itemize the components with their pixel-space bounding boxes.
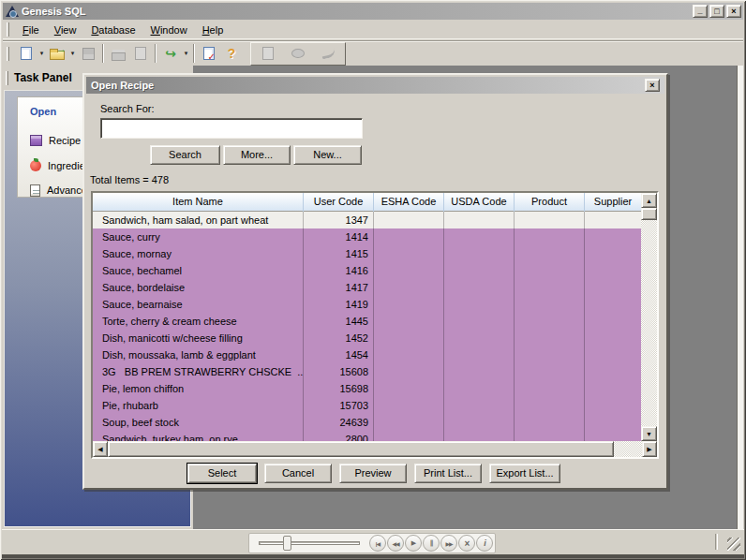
table-row[interactable]: Sandwich, ham salad, on part wheat1347: [93, 212, 641, 228]
toolbar-gripper[interactable]: [7, 47, 9, 61]
menu-file[interactable]: File: [15, 22, 47, 37]
scroll-right-button[interactable]: ▶: [642, 441, 657, 457]
menu-gripper[interactable]: [7, 22, 9, 37]
cell-usda: [444, 363, 515, 380]
task-panel-gripper[interactable]: [6, 71, 8, 85]
horizontal-scrollbar[interactable]: ◀ ▶: [93, 441, 657, 457]
print-button[interactable]: [107, 43, 129, 65]
table-row[interactable]: Sauce, mornay1415: [93, 245, 641, 262]
new-button[interactable]: New...: [293, 145, 362, 165]
menu-database[interactable]: Database: [83, 22, 142, 37]
table-row[interactable]: Torte, cherry & cream cheese1445: [93, 313, 641, 330]
cell-esha: [374, 313, 444, 330]
export-button[interactable]: ↪: [159, 43, 182, 65]
cell-prod: [515, 262, 585, 279]
table-row[interactable]: 3G BB PREM STRAWBERRY CHSCKE ...15608: [93, 363, 641, 380]
fast-forward-button[interactable]: ▶▶: [440, 535, 457, 552]
vertical-scrollbar[interactable]: ▲ ▼: [641, 193, 657, 441]
more-button[interactable]: More...: [223, 145, 291, 165]
table-row[interactable]: Pie, lemon chiffon15698: [93, 380, 641, 397]
play-button[interactable]: ▶: [405, 535, 422, 552]
spell-check-button[interactable]: ✓: [198, 43, 220, 65]
stop-button[interactable]: ×: [458, 535, 475, 552]
ingredient-icon: [30, 160, 41, 171]
horizontal-scroll-thumb[interactable]: [108, 441, 614, 457]
search-button[interactable]: Search: [150, 145, 220, 165]
toolbar-separator: [155, 44, 157, 63]
cell-prod: [515, 279, 585, 296]
cell-supp: [585, 346, 641, 363]
export-dropdown-arrow[interactable]: ▾: [182, 43, 190, 65]
save-button[interactable]: [77, 43, 99, 65]
preview-button[interactable]: Preview: [339, 464, 407, 483]
new-dropdown-arrow[interactable]: ▾: [37, 43, 46, 65]
print-preview-button[interactable]: [129, 43, 152, 65]
cell-usda: [444, 330, 515, 346]
column-usda-code[interactable]: USDA Code: [444, 193, 515, 212]
cell-esha: [374, 414, 444, 431]
cell-code: 1454: [304, 346, 374, 363]
cell-prod: [515, 397, 585, 414]
cell-usda: [444, 296, 515, 313]
menu-window[interactable]: Window: [143, 22, 195, 37]
new-document-button[interactable]: [15, 43, 37, 65]
cell-code: 15703: [304, 397, 374, 414]
table-row[interactable]: Dish, manicotti w/cheese filling1452: [93, 330, 641, 346]
edit-document-button[interactable]: [257, 43, 279, 65]
table-row[interactable]: Sauce, bordelaise1417: [93, 279, 641, 296]
export-list-button[interactable]: Export List...: [489, 464, 560, 483]
table-row[interactable]: Sauce, bearnaise1419: [93, 296, 641, 313]
column-item-name[interactable]: Item Name: [93, 193, 304, 212]
save-icon: [82, 48, 95, 60]
edit-document-icon: [262, 47, 274, 60]
resize-grip[interactable]: [727, 538, 740, 551]
advanced-icon: [30, 184, 40, 197]
table-row[interactable]: Soup, beef stock24639: [93, 414, 641, 431]
close-button[interactable]: ×: [726, 5, 741, 18]
skip-start-button[interactable]: |◀: [369, 535, 386, 552]
info-button[interactable]: i: [476, 535, 493, 552]
cell-name: Dish, manicotti w/cheese filling: [93, 330, 304, 346]
open-button[interactable]: →: [46, 43, 68, 65]
column-product[interactable]: Product: [515, 193, 585, 212]
comment-button[interactable]: [287, 43, 309, 65]
search-input[interactable]: [100, 118, 363, 139]
cell-prod: [515, 313, 585, 330]
rewind-button[interactable]: ◀◀: [387, 535, 404, 552]
column-user-code[interactable]: User Code: [304, 193, 374, 212]
new-document-icon: [21, 47, 32, 60]
scroll-down-button[interactable]: ▼: [641, 426, 657, 441]
menu-help[interactable]: Help: [195, 22, 231, 37]
vertical-scroll-thumb[interactable]: [641, 208, 657, 220]
select-button[interactable]: Select: [187, 464, 257, 483]
help-button[interactable]: ?: [220, 43, 243, 65]
table-row[interactable]: Pie, rhubarb15703: [93, 397, 641, 414]
menu-view[interactable]: View: [47, 22, 84, 37]
signature-button[interactable]: [317, 43, 339, 65]
table-row[interactable]: Sandwich, turkey ham, on rye2800: [93, 431, 641, 441]
cell-supp: [585, 245, 641, 262]
open-dropdown-arrow[interactable]: ▾: [68, 43, 77, 65]
dialog-close-button[interactable]: ×: [645, 79, 660, 92]
print-list-button[interactable]: Print List...: [414, 464, 482, 483]
table-row[interactable]: Sauce, bechamel1416: [93, 262, 641, 279]
maximize-button[interactable]: □: [709, 5, 724, 18]
scroll-left-button[interactable]: ◀: [93, 441, 108, 457]
column-esha-code[interactable]: ESHA Code: [374, 193, 444, 212]
cell-name: Torte, cherry & cream cheese: [93, 313, 304, 330]
cell-code: 1417: [304, 279, 374, 296]
table-row[interactable]: Sauce, curry1414: [93, 228, 641, 245]
pause-button[interactable]: ∥: [423, 535, 440, 552]
scroll-up-button[interactable]: ▲: [641, 193, 657, 208]
cell-code: 1452: [304, 330, 374, 346]
minimize-button[interactable]: _: [693, 5, 708, 18]
cancel-button[interactable]: Cancel: [264, 464, 332, 483]
table-row[interactable]: Dish, moussaka, lamb & eggplant1454: [93, 346, 641, 363]
task-item-recipe[interactable]: Recipe: [30, 132, 81, 149]
export-icon: ↪: [165, 46, 176, 61]
media-slider-thumb[interactable]: [283, 536, 291, 551]
open-recipe-dialog: Open Recipe × Search For: Search More...…: [82, 73, 668, 490]
media-slider-track[interactable]: [259, 541, 360, 545]
media-slider[interactable]: [259, 536, 360, 551]
column-supplier[interactable]: Supplier: [585, 193, 641, 212]
